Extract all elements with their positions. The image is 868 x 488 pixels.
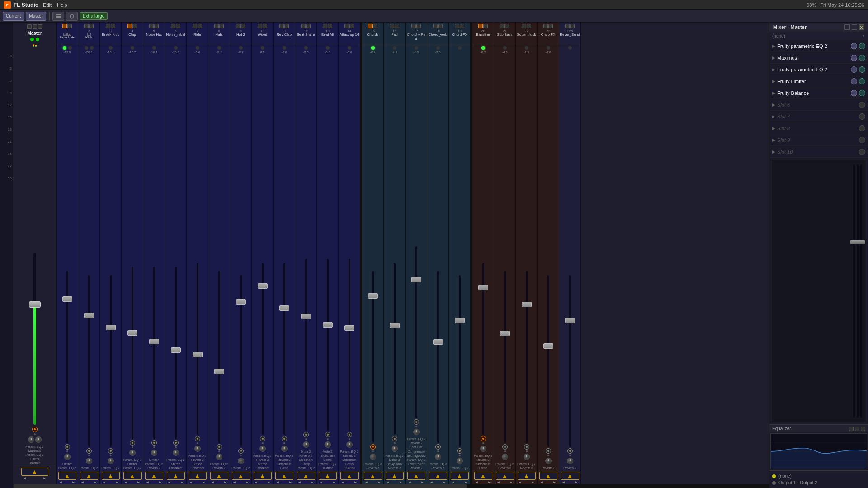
fx-slot-7-power[interactable] bbox=[859, 113, 865, 120]
eq-ctrl-2[interactable] bbox=[855, 427, 859, 431]
ch20-knob[interactable] bbox=[480, 446, 486, 452]
ch13-fader-track[interactable] bbox=[327, 259, 329, 431]
fx-slot-9-power[interactable] bbox=[859, 137, 865, 143]
ch6-send-circle[interactable] bbox=[173, 440, 179, 446]
fx-slot-1-power2[interactable] bbox=[859, 43, 865, 49]
fx-slot-8-power[interactable] bbox=[859, 125, 865, 131]
master-link-btn[interactable] bbox=[38, 24, 42, 29]
ch23-send-circle[interactable] bbox=[546, 448, 551, 454]
ch125-knob[interactable] bbox=[567, 458, 573, 464]
fx-slot-10[interactable]: ▶ Slot 10 bbox=[769, 146, 868, 158]
fx-slot-3-power[interactable] bbox=[851, 66, 857, 73]
ch2-btn2[interactable] bbox=[89, 24, 94, 28]
ch3-btn1[interactable] bbox=[106, 24, 110, 28]
ch13-send-circle[interactable] bbox=[325, 432, 330, 437]
ch23-knob[interactable] bbox=[545, 458, 552, 464]
ch4-send-circle[interactable] bbox=[130, 440, 135, 446]
ch5-send-circle[interactable] bbox=[151, 440, 157, 446]
master-fader-track[interactable] bbox=[33, 253, 36, 425]
ch21-fader-thumb[interactable] bbox=[500, 331, 510, 336]
ch2-send-circle[interactable] bbox=[86, 448, 92, 454]
master-pan-knob[interactable] bbox=[28, 436, 34, 443]
ch21-knob[interactable] bbox=[502, 454, 508, 460]
ch20-fader-thumb[interactable] bbox=[478, 285, 488, 290]
ch2-fader-track[interactable] bbox=[88, 275, 90, 447]
ch13-knob[interactable] bbox=[325, 441, 331, 448]
ch1-fader-thumb[interactable] bbox=[62, 296, 72, 302]
ch6-fader-thumb[interactable] bbox=[171, 347, 181, 353]
ch5-fader-thumb[interactable] bbox=[149, 339, 159, 344]
current-button[interactable]: Current bbox=[3, 12, 24, 21]
ch22-fader-thumb[interactable] bbox=[522, 302, 532, 307]
ch9-fader-track[interactable] bbox=[240, 275, 242, 447]
ch8-send-circle[interactable] bbox=[217, 444, 222, 450]
ch8-fader-track[interactable] bbox=[218, 271, 220, 443]
output-item-none[interactable]: (none) bbox=[772, 473, 865, 479]
fx-slot-9[interactable]: ▶ Slot 9 bbox=[769, 134, 868, 146]
fx-slot-6[interactable]: ▶ Slot 6 bbox=[769, 99, 868, 111]
ch4-send-btn[interactable]: ▲ bbox=[123, 472, 142, 480]
ch22-fader-track[interactable] bbox=[526, 271, 528, 443]
ch7-fader-track[interactable] bbox=[197, 263, 198, 435]
ch12-send-circle[interactable] bbox=[303, 432, 309, 437]
fx-slot-10-power[interactable] bbox=[859, 149, 865, 155]
ch10-knob[interactable] bbox=[259, 446, 266, 452]
scrollbar-thumb[interactable] bbox=[14, 484, 467, 488]
ch16-send-circle[interactable] bbox=[392, 436, 397, 441]
ch5-fader-track[interactable] bbox=[153, 267, 155, 439]
ch11-fader-track[interactable] bbox=[283, 263, 285, 435]
fx-slot-4-power[interactable] bbox=[851, 78, 857, 84]
ch19-fader-track[interactable] bbox=[459, 275, 461, 447]
fx-slot-5-power2[interactable] bbox=[859, 90, 865, 96]
ch4-fader-track[interactable] bbox=[132, 267, 133, 439]
ch13-fader-thumb[interactable] bbox=[323, 322, 333, 328]
menu-edit[interactable]: Edit bbox=[43, 2, 52, 8]
ch20-send-circle[interactable] bbox=[481, 436, 486, 441]
ch5-send-btn[interactable]: ▲ bbox=[145, 472, 163, 480]
ch11-send-circle[interactable] bbox=[282, 436, 287, 441]
fx-slot-3[interactable]: ▶ Fruity parametric EQ 2 bbox=[769, 64, 868, 75]
ch5-btn2[interactable] bbox=[154, 24, 159, 28]
master-send-circle[interactable] bbox=[32, 427, 38, 432]
ch11-knob[interactable] bbox=[281, 446, 288, 452]
ch3-btn2[interactable] bbox=[111, 24, 115, 28]
ch17-fader-track[interactable] bbox=[415, 246, 417, 418]
fx-send-fader-2[interactable] bbox=[857, 164, 859, 418]
ch1-lit-btn[interactable] bbox=[62, 24, 67, 28]
ch22-knob[interactable] bbox=[524, 454, 530, 460]
fx-slot-1[interactable]: ▶ Fruity parametric EQ 2 bbox=[769, 40, 868, 52]
fx-none-selector[interactable]: (none) ▼ bbox=[769, 32, 868, 40]
ch125-fader-track[interactable] bbox=[569, 275, 571, 447]
ch12-knob[interactable] bbox=[303, 441, 309, 448]
ch12-fader-thumb[interactable] bbox=[301, 314, 311, 319]
fx-minimize-btn[interactable] bbox=[844, 24, 850, 30]
ch3-fader-thumb[interactable] bbox=[106, 325, 116, 330]
ch6-fader-track[interactable] bbox=[175, 267, 177, 439]
ch1-fader-track[interactable] bbox=[66, 271, 68, 443]
ch17-knob[interactable] bbox=[413, 429, 420, 435]
fx-slot-7[interactable]: ▶ Slot 7 bbox=[769, 111, 868, 122]
ch21-fader-track[interactable] bbox=[504, 271, 506, 443]
fx-slot-6-power[interactable] bbox=[859, 102, 865, 108]
output-item-1[interactable]: Output 1 - Output 2 bbox=[772, 479, 865, 486]
ch18-fader-track[interactable] bbox=[437, 271, 439, 443]
ch18-send-circle[interactable] bbox=[435, 444, 441, 450]
ch9-knob[interactable] bbox=[238, 458, 244, 464]
toolbar-icon-2[interactable] bbox=[66, 12, 78, 21]
ch4-pan-knob[interactable] bbox=[129, 450, 136, 456]
ch125-send-circle[interactable] bbox=[567, 448, 573, 454]
ch2-send-btn[interactable]: ▲ bbox=[80, 472, 98, 480]
ch1-pan-knob[interactable] bbox=[64, 454, 71, 460]
ch10-fader-track[interactable] bbox=[262, 263, 264, 435]
fx-slot-1-power[interactable] bbox=[851, 43, 857, 49]
ch15-fader-thumb[interactable] bbox=[368, 293, 378, 299]
ch5-pan-knob[interactable] bbox=[151, 450, 157, 456]
ch18-knob[interactable] bbox=[435, 454, 441, 460]
eq-ctrl-3[interactable] bbox=[861, 427, 865, 431]
ch22-send-circle[interactable] bbox=[524, 444, 529, 450]
ch19-knob[interactable] bbox=[457, 458, 463, 464]
ch2-pan-knob[interactable] bbox=[86, 458, 92, 464]
fx-send-fader-3[interactable] bbox=[860, 164, 862, 418]
fx-slot-8[interactable]: ▶ Slot 8 bbox=[769, 122, 868, 134]
fx-send-fader-3-thumb[interactable] bbox=[858, 240, 865, 244]
